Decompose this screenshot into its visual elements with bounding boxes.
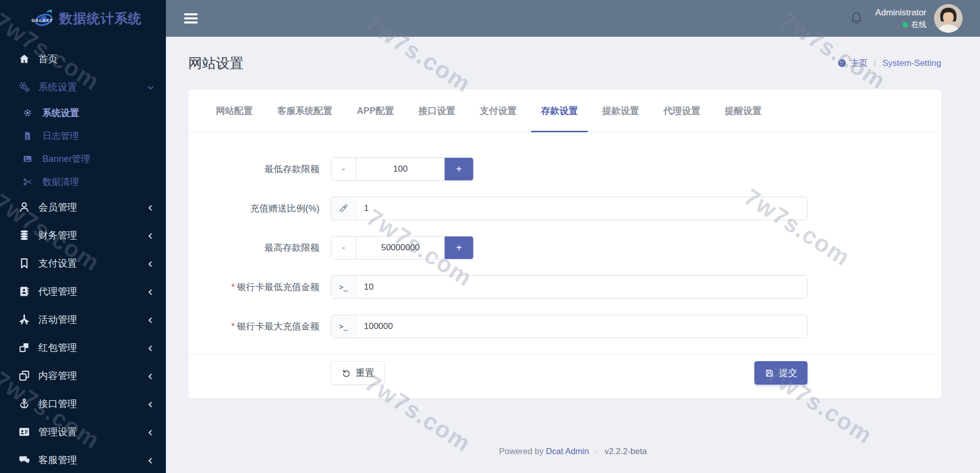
anchor-icon — [17, 398, 31, 410]
tab-deposit-settings[interactable]: 存款设置 — [529, 89, 590, 132]
chevron-left-icon — [146, 203, 155, 211]
reset-button[interactable]: 重置 — [331, 361, 385, 385]
min-deposit-input[interactable] — [356, 158, 445, 180]
user-info[interactable]: Administrator 在线 — [875, 7, 926, 30]
sidebar-item-finance-management[interactable]: 财务管理 — [0, 221, 166, 249]
tab-customer-service-config[interactable]: 客服系统配置 — [265, 89, 345, 132]
breadcrumb-home-link[interactable]: 主页 — [850, 57, 868, 69]
pencil-icon — [331, 197, 356, 220]
sidebar-item-content-management[interactable]: 内容管理 — [0, 362, 166, 390]
tab-reminder-settings[interactable]: 提醒设置 — [713, 89, 774, 132]
brand[interactable]: GALAXY 数据统计系统 — [0, 0, 166, 37]
field-bankcard-max-recharge: *银行卡最大充值金额 >_ — [188, 315, 941, 338]
chevron-left-icon — [146, 456, 155, 464]
sidebar-subitem-data-cleanup[interactable]: 数据清理 — [0, 170, 166, 193]
tab-payment-settings[interactable]: 支付设置 — [468, 89, 529, 132]
sidebar-item-api-management[interactable]: 接口管理 — [0, 390, 166, 418]
breadcrumb-current: System-Setting — [883, 58, 941, 68]
database-icon — [17, 229, 31, 242]
field-recharge-bonus-percent: 充值赠送比例(%) — [188, 197, 941, 220]
menu-toggle-button[interactable] — [184, 12, 200, 25]
field-bankcard-min-recharge: *银行卡最低充值金额 >_ — [188, 275, 941, 299]
sidebar-subitem-system-settings[interactable]: 系统设置 — [0, 101, 166, 124]
sidebar-item-member-management[interactable]: 会员管理 — [0, 193, 166, 221]
chevron-left-icon — [146, 288, 155, 296]
stepper-minus-button[interactable]: - — [331, 236, 356, 259]
recharge-bonus-group — [331, 197, 807, 220]
svg-text:GALAXY: GALAXY — [32, 18, 53, 23]
sidebar: GALAXY 数据统计系统 首页 系统设置 系统设置 日志管理 Banner — [0, 0, 166, 473]
sidebar-item-redpacket-management[interactable]: 红包管理 — [0, 334, 166, 362]
clone-icon — [17, 370, 31, 382]
tab-site-config[interactable]: 网站配置 — [204, 89, 265, 132]
user-name: Administrator — [875, 7, 926, 18]
tab-agent-settings[interactable]: 代理设置 — [651, 89, 713, 132]
tab-withdrawal-settings[interactable]: 提款设置 — [590, 89, 651, 132]
undo-icon — [341, 368, 351, 378]
galaxy-logo-icon: GALAXY — [30, 8, 55, 29]
bankcard-max-input[interactable] — [356, 315, 807, 338]
file-icon — [22, 130, 33, 142]
bookmark-icon — [17, 257, 31, 270]
tab-api-settings[interactable]: 接口设置 — [406, 89, 468, 132]
home-icon — [17, 53, 31, 65]
footer-version: v2.2.2-beta — [605, 446, 647, 456]
dcat-admin-link[interactable]: Dcat Admin — [546, 446, 589, 456]
tab-app-config[interactable]: APP配置 — [345, 89, 406, 132]
required-asterisk: * — [231, 321, 235, 332]
max-deposit-stepper: - + — [331, 236, 474, 259]
sidebar-item-agent-management[interactable]: 代理管理 — [0, 277, 166, 305]
sidebar-subitem-banner-management[interactable]: Banner管理 — [0, 147, 166, 170]
avatar[interactable] — [934, 4, 963, 33]
topbar-right: Administrator 在线 — [849, 4, 980, 33]
gears-icon — [17, 81, 31, 93]
stepper-minus-button[interactable]: - — [331, 158, 356, 180]
image-icon — [22, 153, 33, 165]
user-status-label: 在线 — [911, 20, 926, 30]
sidebar-item-admin-settings[interactable]: 管理设置 — [0, 418, 166, 446]
bell-icon[interactable] — [849, 11, 864, 26]
brand-title: 数据统计系统 — [59, 10, 142, 28]
scissors-icon — [22, 176, 33, 188]
sidebar-item-customer-service[interactable]: 客服管理 — [0, 446, 166, 473]
sidebar-item-activity-management[interactable]: 活动管理 — [0, 305, 166, 334]
max-deposit-input[interactable] — [356, 236, 445, 259]
sidebar-subitem-log-management[interactable]: 日志管理 — [0, 124, 166, 147]
id-card-icon — [17, 426, 31, 438]
stepper-plus-button[interactable]: + — [445, 158, 473, 180]
chevron-left-icon — [146, 400, 155, 408]
submit-button[interactable]: 提交 — [754, 361, 807, 385]
footer: Powered by Dcat Admin · v2.2.2-beta — [166, 446, 980, 456]
sidebar-item-payment-settings[interactable]: 支付设置 — [0, 249, 166, 277]
form-actions: 重置 提交 — [188, 354, 941, 385]
bankcard-max-group: >_ — [331, 315, 807, 338]
main-content: 网站设置 主页 / System-Setting 网站配置 客服系统配置 APP… — [166, 37, 980, 473]
chevron-left-icon — [146, 344, 155, 352]
bankcard-min-group: >_ — [331, 275, 807, 299]
tab-bar: 网站配置 客服系统配置 APP配置 接口设置 支付设置 存款设置 提款设置 代理… — [188, 89, 941, 132]
asterisk-burst-icon — [17, 314, 31, 326]
sidebar-item-system-settings[interactable]: 系统设置 — [0, 73, 166, 101]
recharge-bonus-input[interactable] — [356, 197, 807, 220]
chevron-left-icon — [146, 231, 155, 240]
online-status-dot — [902, 22, 908, 28]
sidebar-menu: 首页 系统设置 系统设置 日志管理 Banner管理 数据清理 — [0, 37, 166, 473]
field-max-deposit-limit: 最高存款限额 - + — [188, 236, 941, 259]
powered-by-text: Powered by — [499, 446, 544, 456]
chevron-left-icon — [146, 316, 155, 324]
sidebar-item-home[interactable]: 首页 — [0, 45, 166, 73]
required-asterisk: * — [231, 282, 235, 292]
topbar: Administrator 在线 — [166, 0, 980, 37]
bankcard-min-input[interactable] — [356, 276, 807, 298]
breadcrumb-separator: / — [874, 58, 876, 68]
footer-separator: · — [596, 446, 599, 456]
cubes-icon — [17, 342, 31, 354]
deposit-settings-form: 最低存款限额 - + 充值赠送比例(%) — [188, 132, 941, 385]
save-icon — [765, 368, 774, 378]
terminal-icon: >_ — [331, 315, 356, 338]
min-deposit-stepper: - + — [331, 157, 474, 181]
comments-icon — [17, 454, 31, 466]
stepper-plus-button[interactable]: + — [445, 236, 473, 259]
settings-card: 网站配置 客服系统配置 APP配置 接口设置 支付设置 存款设置 提款设置 代理… — [188, 89, 941, 398]
page-title: 网站设置 — [188, 54, 243, 73]
